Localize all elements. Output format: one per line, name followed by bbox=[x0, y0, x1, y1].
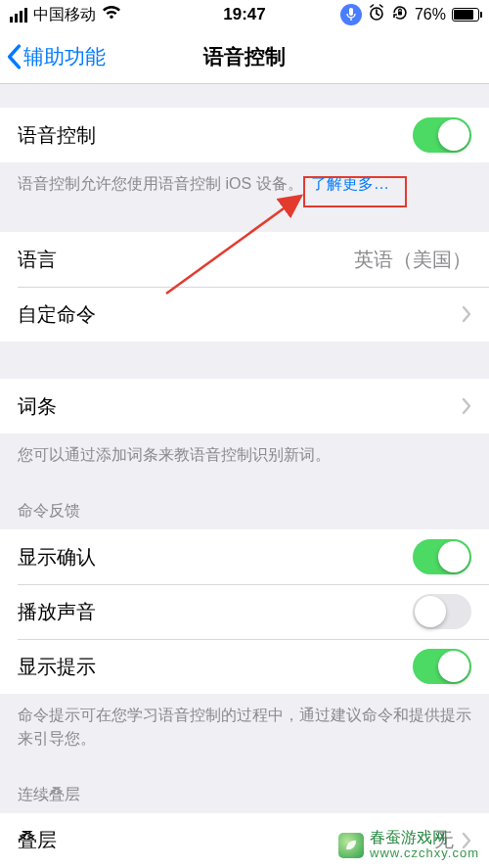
language-label: 语言 bbox=[18, 247, 57, 273]
status-bar: 中国移动 19:47 76% bbox=[0, 0, 489, 29]
custom-commands-label: 自定命令 bbox=[18, 301, 96, 328]
language-value: 英语（美国） bbox=[354, 247, 471, 273]
chevron-left-icon bbox=[6, 44, 22, 69]
clock-label: 19:47 bbox=[0, 5, 489, 24]
battery-icon bbox=[452, 8, 479, 22]
vocabulary-footer: 您可以通过添加词条来教语音控制识别新词。 bbox=[0, 434, 489, 466]
voice-control-footer: 语音控制允许您使用语音控制 iOS 设备。 了解更多… bbox=[0, 162, 489, 195]
annotation-highlight-box bbox=[303, 176, 407, 207]
language-cell[interactable]: 语言 英语（美国） bbox=[0, 232, 489, 287]
play-sound-label: 播放声音 bbox=[18, 599, 96, 625]
play-sound-switch[interactable] bbox=[413, 594, 471, 629]
feedback-section-header: 命令反馈 bbox=[0, 493, 489, 529]
watermark-name: 春蚕游戏网 bbox=[370, 830, 479, 845]
show-confirmation-label: 显示确认 bbox=[18, 544, 96, 571]
show-hints-label: 显示提示 bbox=[18, 654, 96, 680]
settings-content: 语音控制 语音控制允许您使用语音控制 iOS 设备。 了解更多… 语言 英语（美… bbox=[0, 84, 489, 868]
play-sound-cell[interactable]: 播放声音 bbox=[0, 584, 489, 639]
voice-control-footer-text: 语音控制允许您使用语音控制 iOS 设备。 bbox=[18, 175, 303, 192]
show-hints-switch[interactable] bbox=[413, 649, 471, 684]
vocabulary-cell[interactable]: 词条 bbox=[0, 379, 489, 434]
show-hints-cell[interactable]: 显示提示 bbox=[0, 639, 489, 694]
nav-header: 辅助功能 语音控制 bbox=[0, 29, 489, 84]
back-button[interactable]: 辅助功能 bbox=[6, 43, 106, 70]
voice-control-switch[interactable] bbox=[413, 117, 471, 153]
watermark-url: www.czchxy.com bbox=[370, 845, 479, 860]
back-label: 辅助功能 bbox=[23, 43, 106, 70]
watermark-logo-icon bbox=[338, 833, 364, 858]
chevron-right-icon bbox=[462, 397, 471, 415]
page-title: 语音控制 bbox=[203, 43, 286, 70]
custom-commands-cell[interactable]: 自定命令 bbox=[0, 287, 489, 342]
show-confirmation-cell[interactable]: 显示确认 bbox=[0, 529, 489, 584]
chevron-right-icon bbox=[462, 305, 471, 323]
vocabulary-label: 词条 bbox=[18, 393, 57, 420]
overlay-section-header: 连续叠层 bbox=[0, 777, 489, 813]
voice-control-toggle-cell[interactable]: 语音控制 bbox=[0, 108, 489, 162]
show-confirmation-switch[interactable] bbox=[413, 539, 471, 574]
watermark: 春蚕游戏网 www.czchxy.com bbox=[334, 828, 483, 862]
voice-control-label: 语音控制 bbox=[18, 122, 96, 149]
overlay-label: 叠层 bbox=[18, 827, 57, 853]
feedback-footer: 命令提示可在您学习语音控制的过程中，通过建议命令和提供提示来引导您。 bbox=[0, 694, 489, 749]
